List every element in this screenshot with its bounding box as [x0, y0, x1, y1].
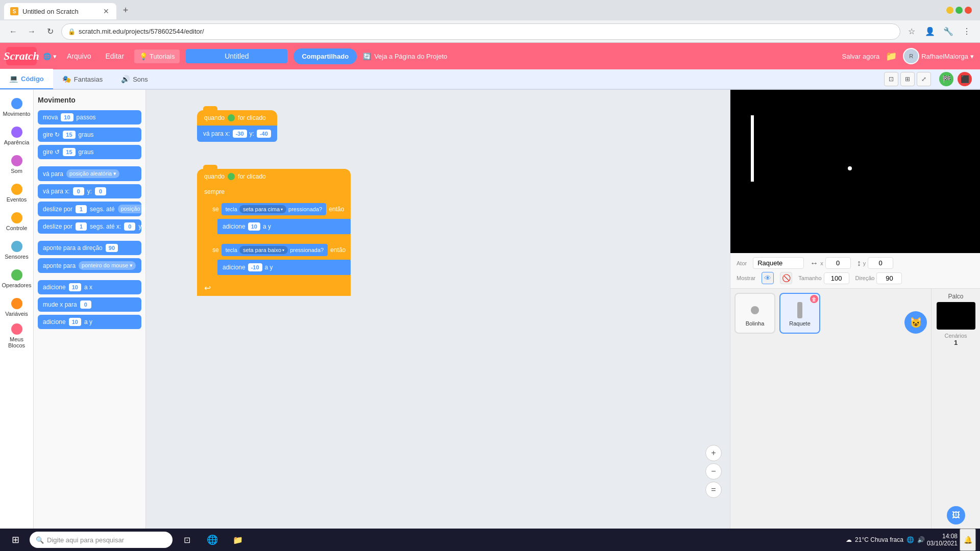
block-aponte-dir[interactable]: aponte para a direção 90 [38, 241, 141, 255]
stage-column: Palco Cenários 1 🖼 [931, 289, 980, 529]
profile-button[interactable]: 👤 [923, 24, 937, 39]
sprite-delete-raquete[interactable]: 🗑 [810, 295, 818, 303]
stage-canvas [730, 90, 980, 253]
hat-block-1[interactable]: quando for clicado [197, 110, 277, 126]
view-full-button[interactable]: ⤢ [917, 72, 931, 86]
condition-block-2[interactable]: tecla seta para baixo ▾ pressionada? [222, 244, 328, 256]
block-va-para-dropdown[interactable]: posição aleatória ▾ [66, 169, 119, 178]
blocks-panel-title: Movimento [38, 94, 141, 106]
chrome-icon[interactable]: 🌐 [201, 529, 224, 551]
category-meus-blocos[interactable]: Meus Blocos [3, 322, 31, 349]
zoom-out-button[interactable]: − [705, 463, 722, 480]
zoom-in-button[interactable]: + [705, 445, 722, 461]
block-gire-cw[interactable]: gire ↻ 15 graus [38, 128, 141, 142]
tab-sons[interactable]: 🔊 Sons [112, 69, 157, 89]
new-tab-button[interactable]: + [118, 3, 133, 17]
tab-close-button[interactable]: ✕ [102, 7, 110, 15]
taskbar-search[interactable]: 🔍 Digite aqui para pesquisar [30, 532, 173, 548]
x-input[interactable] [825, 257, 851, 269]
block-adicione-y[interactable]: adicione 10 a y [38, 315, 141, 329]
share-button[interactable]: Compartilhado [293, 48, 357, 64]
block-deslize1[interactable]: deslize por 1 segs. até posição aleatóri… [38, 202, 141, 216]
block-va-para-x: 0 [73, 187, 84, 195]
show-button[interactable]: 👁 [762, 272, 774, 284]
globe-button[interactable]: 🌐 ▾ [43, 53, 57, 60]
browser-controls: ← → ↻ 🔒 scratch.mit.edu/projects/5786025… [0, 20, 980, 43]
condition-block-1[interactable]: tecla seta para cima ▾ pressionada? [222, 203, 326, 215]
block-deslize2[interactable]: deslize por 1 segs. até x: 0 y: 0 [38, 219, 141, 234]
tutorials-button[interactable]: 💡 Tutoriais [134, 49, 180, 63]
minimize-button[interactable] [946, 7, 953, 14]
category-eventos[interactable]: Eventos [3, 180, 31, 206]
block-gire-ccw[interactable]: gire ↺ 15 graus [38, 145, 141, 159]
stage-mini-preview[interactable] [937, 302, 975, 330]
bookmark-button[interactable]: ☆ [904, 24, 919, 39]
hat-suffix-1: for clicado [238, 114, 266, 121]
category-controle[interactable]: Controle [3, 208, 31, 235]
if-header-1[interactable]: se tecla seta para cima ▾ pressionada? e… [207, 199, 351, 219]
category-aparencia[interactable]: Aparência [3, 122, 31, 149]
va-para-block[interactable]: vá para x: -30 y: -40 [197, 126, 277, 142]
view-split-button[interactable]: ⊞ [900, 72, 915, 86]
close-button[interactable] [965, 7, 972, 14]
address-bar[interactable]: 🔒 scratch.mit.edu/projects/578602544/edi… [61, 23, 900, 40]
taskview-button[interactable]: ⊡ [176, 529, 198, 551]
block-adicione-x[interactable]: adicione 10 a x [38, 280, 141, 294]
sempre-block[interactable]: sempre se tecla seta para cima ▾ [197, 184, 351, 296]
sprite-info: Ator ↔ x ↕ y Mo [730, 253, 980, 289]
sprite-card-bolinha[interactable]: Bolinha [734, 293, 775, 334]
cond-2-key-dropdown[interactable]: seta para baixo ▾ [239, 246, 288, 254]
size-input[interactable] [824, 272, 849, 284]
back-button[interactable]: ← [6, 24, 20, 39]
scratch-logo-text: Scratch [4, 49, 39, 63]
hat-text-1: quando [204, 114, 225, 121]
adicione-y-block-1[interactable]: adicione 10 a y [217, 219, 351, 234]
sprite-name-input[interactable] [753, 257, 804, 269]
folder-button[interactable]: 📁 [886, 51, 897, 62]
project-title-input[interactable] [186, 49, 287, 63]
block-mova[interactable]: mova 10 passos [38, 110, 141, 124]
category-variaveis[interactable]: Variáveis [3, 294, 31, 320]
block-deslize1-dd[interactable]: posição aleatória ▾ [118, 205, 146, 213]
tab-fantasias[interactable]: 🎭 Fantasias [53, 69, 112, 89]
block-va-para[interactable]: vá para posição aleatória ▾ [38, 166, 141, 181]
hat-block-2[interactable]: quando for clicado [197, 169, 351, 184]
cond-1-key-dropdown[interactable]: seta para cima ▾ [239, 205, 286, 213]
block-va-para-xy[interactable]: vá para x: 0 y: 0 [38, 184, 141, 198]
if-header-2[interactable]: se tecla seta para baixo ▾ pressionada? … [207, 240, 351, 260]
sprite-card-raquete[interactable]: 🗑 Raquete [779, 293, 820, 334]
zoom-fit-button[interactable]: = [705, 482, 722, 498]
add-stage-button[interactable]: 🖼 [947, 506, 965, 524]
block-aponte-para-dd[interactable]: ponteiro do mouse ▾ [79, 261, 136, 270]
block-mude-x[interactable]: mude x para 0 [38, 297, 141, 312]
category-sensores[interactable]: Sensores [3, 237, 31, 263]
hide-button[interactable]: 🚫 [780, 272, 792, 284]
browser-tab[interactable]: S Untitled on Scratch ✕ [4, 3, 116, 19]
block-aponte-para[interactable]: aponte para ponteiro do mouse ▾ [38, 258, 141, 273]
extensions-button[interactable]: 🔧 [941, 24, 955, 39]
category-operadores[interactable]: Operadores [3, 265, 31, 292]
user-menu[interactable]: R RafhaelMalorga ▾ [903, 48, 974, 64]
start-button[interactable]: ⊞ [4, 529, 27, 551]
category-movimento[interactable]: Movimento [3, 94, 31, 120]
stop-button[interactable]: ⬛ [958, 72, 972, 86]
y-input[interactable] [868, 257, 893, 269]
add-sprite-button[interactable]: 😺 [904, 311, 927, 334]
notification-button[interactable]: 🔔 [960, 529, 976, 551]
green-flag-button[interactable]: 🏁 [939, 72, 953, 86]
editar-menu[interactable]: Editar [101, 50, 128, 62]
explorer-icon[interactable]: 📁 [227, 529, 249, 551]
forward-button[interactable]: → [24, 24, 39, 39]
tab-codigo[interactable]: 💻 Código [0, 69, 53, 89]
category-som[interactable]: Som [3, 151, 31, 178]
arquivo-menu[interactable]: Arquivo [63, 50, 95, 62]
maximize-button[interactable] [955, 7, 963, 14]
view-normal-button[interactable]: ⊡ [884, 72, 898, 86]
menu-button[interactable]: ⋮ [960, 24, 974, 39]
reload-button[interactable]: ↻ [43, 24, 57, 39]
view-page-button[interactable]: 🔄 Veja a Página do Projeto [363, 53, 447, 60]
adicione-y-block-2[interactable]: adicione -10 a y [217, 260, 351, 275]
save-now-button[interactable]: Salvar agora [842, 53, 880, 60]
direction-input[interactable] [876, 272, 902, 284]
search-placeholder: Digite aqui para pesquisar [47, 536, 124, 544]
